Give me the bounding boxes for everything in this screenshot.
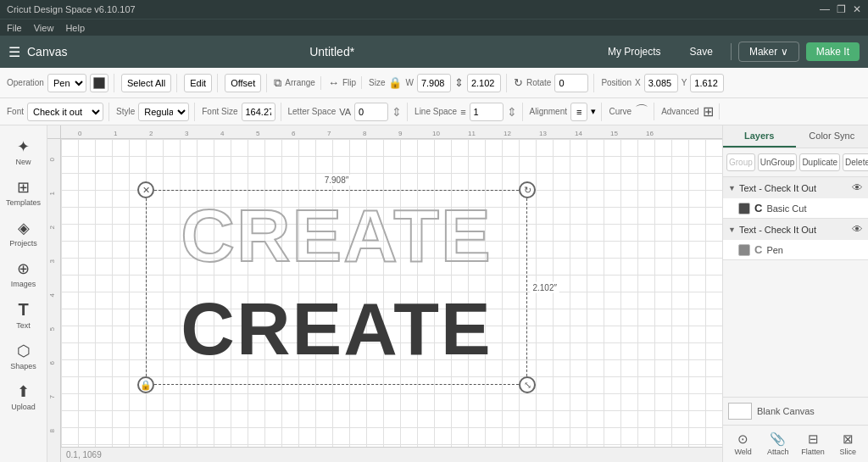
menu-view[interactable]: View — [34, 23, 54, 33]
group-button[interactable]: Group — [726, 153, 755, 171]
select-all-button[interactable]: Select All — [121, 74, 171, 92]
line-space-group: Line Space ≡ ⇕ — [415, 103, 522, 121]
toolbar-row1: Operation Pen Select All Edit Offset ⧉ A… — [0, 68, 868, 98]
handle-top-left[interactable]: ✕ — [137, 181, 154, 198]
visibility-toggle-1[interactable]: 👁 — [852, 181, 863, 194]
font-label: Font — [7, 107, 24, 116]
window-controls[interactable]: — ❐ ✕ — [820, 3, 861, 15]
w-label: W — [405, 78, 413, 87]
templates-icon: ⊞ — [17, 178, 30, 197]
create-outline-text[interactable]: CREATE — [146, 198, 527, 273]
flip-icon[interactable]: ↔ — [328, 76, 339, 89]
line-space-input[interactable] — [470, 103, 504, 121]
offset-button[interactable]: Offset — [225, 74, 261, 92]
height-input[interactable] — [467, 74, 501, 92]
font-size-label: Font Size — [202, 107, 237, 116]
hamburger-menu[interactable]: ☰ — [8, 44, 20, 60]
sidebar-item-text[interactable]: T Text — [3, 295, 45, 335]
slice-label: Slice — [840, 448, 857, 456]
flip-group: ↔ Flip — [328, 76, 362, 89]
sidebar-item-shapes[interactable]: ⬡ Shapes — [3, 337, 45, 376]
tab-layers[interactable]: Layers — [723, 125, 796, 148]
menu-bar: File View Help — [0, 19, 868, 36]
my-projects-button[interactable]: My Projects — [597, 42, 672, 62]
style-select[interactable]: Regular — [138, 103, 189, 121]
duplicate-button[interactable]: Duplicate — [799, 153, 840, 171]
size-arrows: ⇕ — [454, 76, 464, 89]
create-solid-text[interactable]: CREATE — [146, 292, 527, 366]
restore-btn[interactable]: ❐ — [837, 3, 846, 15]
minimize-btn[interactable]: — — [820, 3, 830, 15]
grid-canvas[interactable]: 7.908″ 2.102″ ✕ ↻ 🔒 ⤡ CREATE CREATE — [61, 139, 722, 447]
offset-group: Offset — [225, 74, 267, 92]
flatten-label: Flatten — [801, 448, 825, 456]
advanced-icon[interactable]: ⊞ — [703, 103, 714, 120]
tab-color-sync[interactable]: Color Sync — [796, 125, 869, 148]
operation-select[interactable]: Pen — [47, 74, 86, 92]
letter-space-input[interactable] — [354, 103, 388, 121]
operation-color[interactable] — [90, 74, 108, 92]
save-button[interactable]: Save — [679, 42, 724, 62]
layer-item-pen[interactable]: C Pen — [723, 240, 868, 259]
lock-icon[interactable]: 🔒 — [388, 76, 402, 89]
layer-group-1-header[interactable]: ▼ Text - Check It Out 👁 — [723, 177, 868, 198]
rotate-input[interactable] — [554, 74, 588, 92]
blank-canvas-label: Blank Canvas — [757, 406, 815, 416]
layer-group-2-header[interactable]: ▼ Text - Check It Out 👁 — [723, 219, 868, 240]
width-input[interactable] — [417, 74, 451, 92]
menu-help[interactable]: Help — [65, 23, 85, 33]
header-left: ☰ Canvas — [8, 44, 67, 60]
flatten-icon: ⊟ — [808, 431, 819, 447]
panel-bottom-icons: ⊙ Weld 📎 Attach ⊟ Flatten ⊠ Slice — [723, 425, 868, 462]
design-container[interactable]: 7.908″ 2.102″ ✕ ↻ 🔒 ⤡ CREATE CREATE — [146, 190, 527, 385]
make-it-button[interactable]: Make It — [806, 42, 860, 61]
panel-actions: Group UnGroup Duplicate Delete — [723, 148, 868, 177]
canvas-area[interactable]: 0 1 2 3 4 5 6 7 8 9 10 11 12 13 14 15 16… — [47, 125, 722, 462]
delete-button[interactable]: Delete — [843, 153, 868, 171]
sidebar-item-upload[interactable]: ⬆ Upload — [3, 377, 45, 416]
edit-button[interactable]: Edit — [184, 74, 212, 92]
font-size-input[interactable] — [242, 103, 275, 121]
position-group: Position X Y — [601, 74, 729, 92]
attach-button[interactable]: 📎 Attach — [761, 429, 794, 459]
arrange-icon[interactable]: ⧉ — [274, 76, 281, 90]
sidebar-item-templates[interactable]: ⊞ Templates — [3, 173, 45, 212]
letter-space-label: Letter Space — [288, 107, 337, 116]
close-btn[interactable]: ✕ — [853, 3, 861, 15]
weld-button[interactable]: ⊙ Weld — [726, 429, 760, 459]
layer-icon-c-1: C — [754, 202, 762, 214]
y-input[interactable] — [690, 74, 724, 92]
curve-icon[interactable]: ⌒ — [635, 103, 648, 120]
maker-button[interactable]: Maker ∨ — [738, 42, 799, 62]
layer-color-2 — [738, 244, 750, 256]
panel-bottom: Blank Canvas — [723, 397, 868, 425]
font-select[interactable]: Check it out — [27, 103, 103, 121]
handle-bottom-left[interactable]: 🔒 — [137, 376, 154, 393]
rotate-icon[interactable]: ↻ — [514, 76, 523, 89]
slice-button[interactable]: ⊠ Slice — [832, 429, 865, 459]
align-left-btn[interactable]: ≡ — [570, 103, 587, 121]
x-input[interactable] — [644, 74, 678, 92]
sidebar-item-projects[interactable]: ◈ Projects — [3, 214, 45, 253]
curve-group: Curve ⌒ — [609, 103, 654, 120]
sidebar-item-images[interactable]: ⊕ Images — [3, 254, 45, 293]
flatten-button[interactable]: ⊟ Flatten — [797, 429, 830, 459]
ungroup-button[interactable]: UnGroup — [758, 153, 798, 171]
align-chevron[interactable]: ▾ — [591, 106, 596, 117]
header-divider — [731, 43, 732, 60]
handle-bottom-right[interactable]: ⤡ — [519, 376, 536, 393]
layer-item-basic-cut[interactable]: C Basic Cut — [723, 198, 868, 218]
visibility-toggle-2[interactable]: 👁 — [852, 223, 863, 236]
ruler-h-content: 0 1 2 3 4 5 6 7 8 9 10 11 12 13 14 15 16 — [61, 125, 722, 138]
handle-top-right[interactable]: ↻ — [519, 181, 536, 198]
flip-label: Flip — [342, 78, 356, 87]
weld-icon: ⊙ — [737, 431, 748, 447]
style-label: Style — [116, 107, 135, 116]
expand-icon-2: ▼ — [728, 225, 736, 234]
header: ☰ Canvas Untitled* My Projects Save Make… — [0, 36, 868, 68]
images-icon: ⊕ — [17, 259, 30, 278]
sidebar-item-new[interactable]: ✦ New — [3, 132, 45, 171]
header-right: My Projects Save Maker ∨ Make It — [597, 42, 860, 62]
height-dimension: 2.102″ — [530, 282, 559, 293]
menu-file[interactable]: File — [7, 23, 22, 33]
